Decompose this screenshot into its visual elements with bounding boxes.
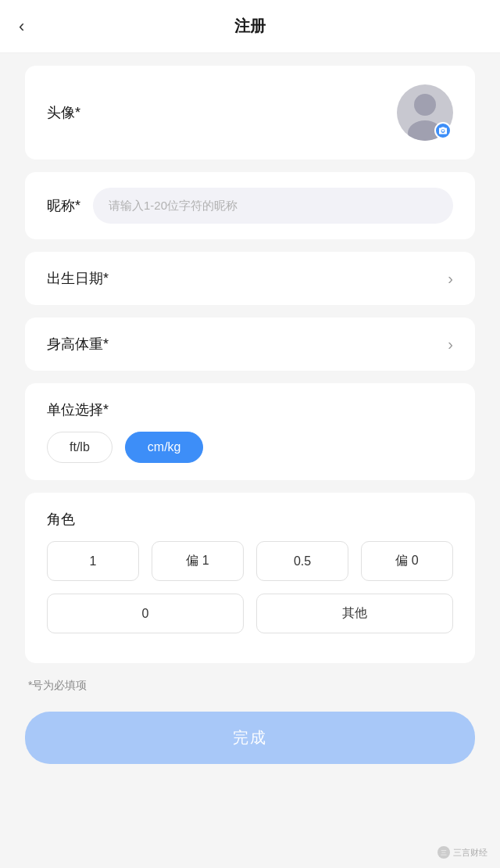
role-btn-05[interactable]: 0.5 (256, 541, 348, 581)
required-note: *号为必填项 (25, 679, 475, 693)
submit-button[interactable]: 完成 (25, 712, 475, 764)
form-content: 头像* 昵称* (0, 66, 500, 789)
camera-icon (438, 126, 448, 135)
unit-label: 单位选择* (47, 400, 453, 419)
height-weight-row[interactable]: 身高体重* › (25, 317, 475, 371)
header: ‹ 注册 (0, 0, 500, 53)
role-btn-0[interactable]: 0 (47, 594, 244, 633)
nickname-input[interactable] (93, 188, 453, 224)
dob-label: 出生日期* (47, 269, 109, 288)
nickname-section: 昵称* (25, 172, 475, 239)
unit-section: 单位选择* ft/lb cm/kg (25, 383, 475, 480)
watermark-icon: 三 (438, 846, 450, 859)
height-weight-label: 身高体重* (47, 335, 109, 353)
role-btn-1[interactable]: 1 (47, 541, 139, 581)
role-section: 角色 1 偏 1 0.5 偏 0 0 其他 (25, 493, 475, 663)
watermark-text: 三言财经 (453, 847, 488, 859)
role-btn-other[interactable]: 其他 (256, 594, 453, 633)
unit-btn-ftlb[interactable]: ft/lb (47, 432, 112, 463)
phone-container: ‹ 注册 头像* (0, 0, 500, 868)
page-title: 注册 (234, 16, 266, 37)
dob-row[interactable]: 出生日期* › (25, 252, 475, 305)
submit-section: 完成 (25, 693, 475, 789)
avatar-label: 头像* (47, 103, 80, 122)
unit-btn-cmkg[interactable]: cm/kg (125, 432, 204, 463)
role-row-1: 1 偏 1 0.5 偏 0 (47, 541, 453, 581)
avatar-upload[interactable] (397, 84, 453, 141)
unit-buttons: ft/lb cm/kg (47, 432, 453, 463)
camera-badge[interactable] (434, 122, 452, 139)
avatar-section: 头像* (25, 66, 475, 160)
height-weight-chevron-icon: › (448, 335, 453, 353)
dob-chevron-icon: › (448, 270, 453, 288)
role-row-2: 0 其他 (47, 594, 453, 633)
back-button[interactable]: ‹ (19, 16, 24, 37)
role-btn-pian1[interactable]: 偏 1 (152, 541, 244, 581)
watermark: 三 三言财经 (438, 846, 488, 859)
nickname-label: 昵称* (47, 196, 80, 215)
svg-point-0 (414, 94, 436, 116)
role-label: 角色 (47, 510, 453, 529)
role-btn-pian0[interactable]: 偏 0 (361, 541, 453, 581)
